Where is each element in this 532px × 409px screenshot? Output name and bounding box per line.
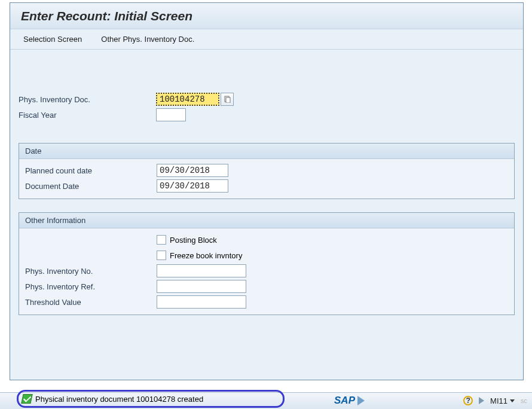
posting-block-checkbox[interactable] — [157, 235, 166, 245]
sap-logo: SAP — [334, 395, 365, 407]
threshold-value-label: Threshold Value — [25, 298, 157, 307]
chevron-down-icon — [510, 399, 515, 402]
titlebar: Enter Recount: Initial Screen — [10, 3, 523, 29]
phys-inv-doc-input[interactable] — [156, 93, 219, 106]
content: Phys. Inventory Doc. Fiscal Year Date Pl… — [10, 50, 523, 315]
success-icon — [21, 394, 32, 404]
next-icon[interactable] — [479, 397, 484, 404]
search-help-icon[interactable] — [221, 93, 234, 106]
status-bar-right: ? MI11 sc — [463, 392, 527, 409]
phys-inv-no-input[interactable] — [157, 264, 246, 277]
menu-other-doc[interactable]: Other Phys. Inventory Doc. — [99, 32, 197, 46]
planned-count-date-input[interactable] — [157, 164, 228, 177]
status-message-box: Physical inventory document 100104278 cr… — [17, 390, 285, 408]
date-groupbox: Date Planned count date Document Date — [19, 143, 515, 199]
phys-inv-ref-label: Phys. Inventory Ref. — [25, 282, 157, 291]
fiscal-year-label: Fiscal Year — [19, 111, 156, 120]
document-date-label: Document Date — [25, 182, 157, 191]
app-toolbar: Selection Screen Other Phys. Inventory D… — [10, 29, 523, 50]
planned-count-date-label: Planned count date — [25, 166, 157, 175]
date-groupbox-title: Date — [19, 144, 514, 159]
other-info-title: Other Information — [19, 213, 514, 228]
svg-rect-1 — [226, 97, 230, 103]
phys-inv-doc-label: Phys. Inventory Doc. — [19, 95, 156, 104]
freeze-book-inventory-label: Freeze book invntory — [170, 251, 242, 260]
freeze-book-inventory-checkbox[interactable] — [157, 251, 166, 260]
fiscal-year-input[interactable] — [156, 108, 186, 121]
status-message: Physical inventory document 100104278 cr… — [35, 395, 203, 404]
help-icon[interactable]: ? — [463, 396, 473, 405]
watermark-text: sc — [521, 397, 527, 404]
posting-block-label: Posting Block — [170, 236, 217, 245]
sap-window: Enter Recount: Initial Screen Selection … — [10, 2, 524, 380]
threshold-value-input[interactable] — [157, 295, 246, 309]
tcode-indicator[interactable]: MI11 — [490, 396, 515, 405]
other-info-groupbox: Other Information Posting Block Freeze b… — [19, 212, 515, 315]
document-date-input[interactable] — [157, 179, 228, 193]
phys-inv-no-label: Phys. Inventory No. — [25, 267, 157, 276]
phys-inv-ref-input[interactable] — [157, 280, 246, 293]
menu-selection-screen[interactable]: Selection Screen — [21, 32, 84, 46]
page-title: Enter Recount: Initial Screen — [21, 9, 192, 23]
